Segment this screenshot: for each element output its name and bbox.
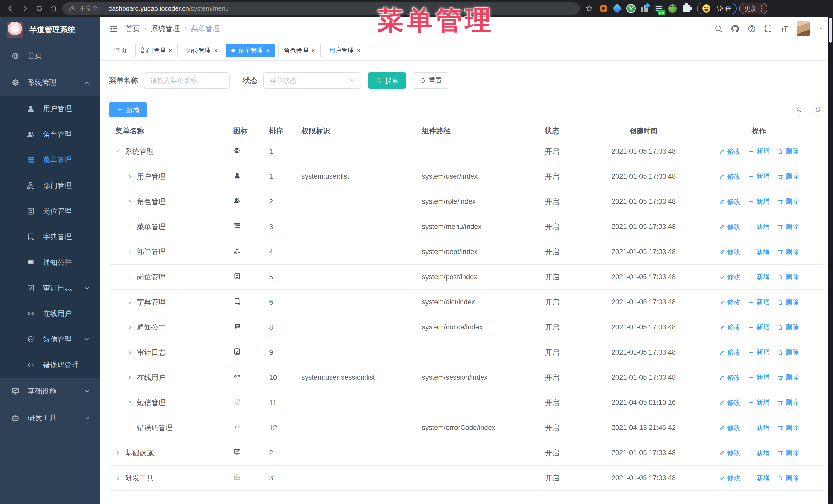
help-icon[interactable] xyxy=(747,24,756,33)
tab-用户管理[interactable]: 用户管理× xyxy=(324,44,366,57)
address-bar[interactable]: 不安全 dashboard.yudao.iocoder.cn/system/me… xyxy=(62,2,580,15)
edit-link[interactable]: 修改 xyxy=(719,222,740,231)
delete-link[interactable]: 删除 xyxy=(777,197,799,206)
row-expand-arrow-icon[interactable] xyxy=(127,425,133,431)
extensions-puzzle-icon[interactable] xyxy=(681,3,692,14)
delete-link[interactable]: 删除 xyxy=(777,172,799,181)
row-expand-arrow-icon[interactable] xyxy=(127,400,133,406)
bookmark-star-button[interactable] xyxy=(584,3,595,14)
edit-link[interactable]: 修改 xyxy=(719,172,740,181)
extension-blue-gem-icon[interactable] xyxy=(612,3,623,14)
row-expand-arrow-icon[interactable] xyxy=(115,450,121,456)
row-expand-arrow-icon[interactable] xyxy=(115,475,121,481)
font-size-icon[interactable] xyxy=(780,24,789,33)
add-child-link[interactable]: 新增 xyxy=(748,222,770,231)
row-expand-arrow-icon[interactable] xyxy=(127,274,133,280)
menu-status-select[interactable]: 菜单状态 xyxy=(263,72,361,89)
breadcrumb-item-系统管理[interactable]: 系统管理 xyxy=(151,24,180,33)
breadcrumb-item-首页[interactable]: 首页 xyxy=(125,24,140,33)
edit-link[interactable]: 修改 xyxy=(719,448,740,457)
row-expand-arrow-icon[interactable] xyxy=(127,299,133,305)
delete-link[interactable]: 删除 xyxy=(777,423,799,432)
page-scrollbar[interactable] xyxy=(828,17,833,504)
delete-link[interactable]: 删除 xyxy=(777,323,799,332)
row-expand-arrow-icon[interactable] xyxy=(127,199,133,205)
add-child-link[interactable]: 新增 xyxy=(748,272,770,282)
extension-orange-donut-icon[interactable] xyxy=(598,3,609,14)
sidebar-item-错误码管理[interactable]: 错误码管理 xyxy=(0,352,100,378)
tab-部门管理[interactable]: 部门管理× xyxy=(135,44,177,57)
add-child-link[interactable]: 新增 xyxy=(748,474,770,482)
refresh-table-button[interactable] xyxy=(812,104,824,116)
profile-paused-badge[interactable]: 已暂停 xyxy=(697,3,737,14)
tab-首页[interactable]: 首页 xyxy=(109,44,132,57)
row-expand-arrow-icon[interactable] xyxy=(127,249,133,255)
sidebar-item-菜单管理[interactable]: 菜单管理 xyxy=(0,147,100,173)
user-avatar[interactable] xyxy=(796,21,810,37)
show-search-button[interactable] xyxy=(793,104,805,116)
extension-frog-icon[interactable] xyxy=(667,3,678,14)
delete-link[interactable]: 删除 xyxy=(777,247,799,256)
row-expand-arrow-icon[interactable] xyxy=(115,149,121,154)
row-expand-arrow-icon[interactable] xyxy=(127,325,133,330)
sidebar-item-系统管理[interactable]: 系统管理 xyxy=(0,69,100,96)
fullscreen-icon[interactable] xyxy=(764,24,772,33)
menu-name-input[interactable] xyxy=(144,72,230,89)
sidebar-item-字典管理[interactable]: 字典管理 xyxy=(0,224,100,250)
sidebar-item-首页[interactable]: 首页 xyxy=(0,43,100,69)
search-button[interactable]: 搜索 xyxy=(368,72,406,89)
edit-link[interactable]: 修改 xyxy=(719,247,740,256)
edit-link[interactable]: 修改 xyxy=(719,197,740,206)
sidebar-item-研发工具[interactable]: 研发工具 xyxy=(0,405,100,431)
row-expand-arrow-icon[interactable] xyxy=(127,350,133,355)
delete-link[interactable]: 删除 xyxy=(777,272,799,282)
hamburger-icon[interactable] xyxy=(109,24,118,33)
sidebar-item-通知公告[interactable]: 通知公告 xyxy=(0,250,100,275)
close-icon[interactable]: × xyxy=(214,47,218,54)
row-expand-arrow-icon[interactable] xyxy=(127,174,133,179)
sidebar-item-在线用户[interactable]: 在线用户 xyxy=(0,301,100,327)
edit-link[interactable]: 修改 xyxy=(719,348,740,357)
delete-link[interactable]: 删除 xyxy=(777,448,799,457)
delete-link[interactable]: 删除 xyxy=(777,398,799,407)
tab-角色管理[interactable]: 角色管理× xyxy=(278,44,320,57)
add-child-link[interactable]: 新增 xyxy=(748,297,770,307)
app-logo[interactable]: 芋道管理系统 xyxy=(0,17,100,43)
edit-link[interactable]: 修改 xyxy=(719,423,740,432)
add-child-link[interactable]: 新增 xyxy=(748,247,770,256)
caret-down-icon[interactable] xyxy=(818,26,824,32)
browser-reload-button[interactable] xyxy=(33,3,45,14)
close-icon[interactable]: × xyxy=(357,47,361,54)
delete-link[interactable]: 删除 xyxy=(777,373,799,382)
edit-link[interactable]: 修改 xyxy=(719,474,740,482)
add-child-link[interactable]: 新增 xyxy=(748,197,770,206)
scrollbar-thumb[interactable] xyxy=(829,18,832,43)
tab-岗位管理[interactable]: 岗位管理× xyxy=(181,44,223,57)
edit-link[interactable]: 修改 xyxy=(719,373,740,382)
add-child-link[interactable]: 新增 xyxy=(748,147,770,156)
browser-forward-button[interactable] xyxy=(19,3,31,14)
search-icon[interactable] xyxy=(714,24,723,33)
add-child-link[interactable]: 新增 xyxy=(748,373,770,382)
delete-link[interactable]: 删除 xyxy=(777,348,799,357)
close-icon[interactable]: × xyxy=(168,47,172,54)
row-expand-arrow-icon[interactable] xyxy=(127,375,133,380)
add-child-link[interactable]: 新增 xyxy=(748,172,770,181)
edit-link[interactable]: 修改 xyxy=(719,297,740,307)
edit-link[interactable]: 修改 xyxy=(719,398,740,407)
sidebar-item-短信管理[interactable]: 短信管理 xyxy=(0,327,100,352)
tab-菜单管理[interactable]: 菜单管理× xyxy=(226,44,275,57)
edit-link[interactable]: 修改 xyxy=(719,147,740,156)
sidebar-item-部门管理[interactable]: 部门管理 xyxy=(0,173,100,198)
sidebar-item-角色管理[interactable]: 角色管理 xyxy=(0,121,100,147)
add-child-link[interactable]: 新增 xyxy=(748,423,770,432)
browser-back-button[interactable] xyxy=(5,3,17,14)
add-child-link[interactable]: 新增 xyxy=(748,348,770,357)
sidebar-item-审计日志[interactable]: 审计日志 xyxy=(0,275,100,301)
extension-green-check-icon[interactable]: V xyxy=(625,3,637,14)
browser-update-button[interactable]: 更新 xyxy=(739,3,767,14)
add-button[interactable]: 新增 xyxy=(109,102,147,117)
delete-link[interactable]: 删除 xyxy=(777,147,799,156)
row-expand-arrow-icon[interactable] xyxy=(127,224,133,230)
add-child-link[interactable]: 新增 xyxy=(748,448,770,457)
